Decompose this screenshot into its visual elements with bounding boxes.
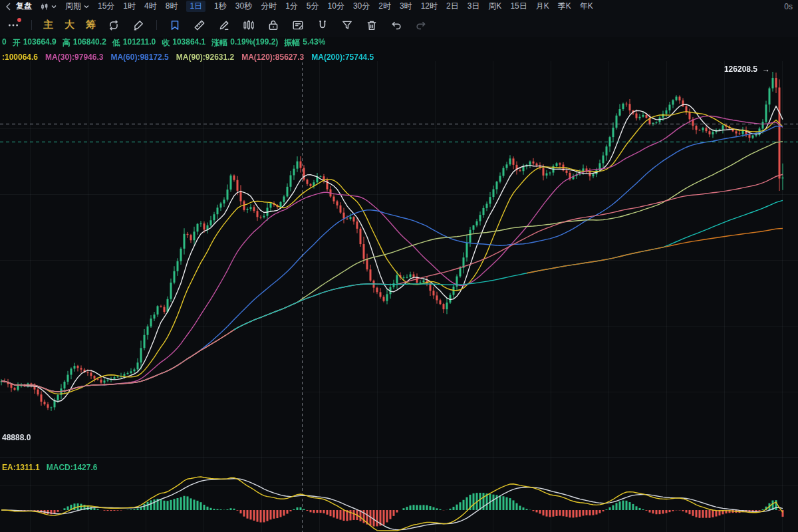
replay-cycle-button[interactable]: [107, 19, 120, 32]
period-tab-月K[interactable]: 月K: [536, 1, 549, 12]
arrow-right-icon: →: [762, 65, 770, 74]
kline-pattern-button[interactable]: [242, 19, 255, 32]
top-navigation-bar: 复盘 周期 15分1时4时8时1日1秒30秒分时1分5分10分30分2时3时12…: [0, 0, 798, 13]
ma60-value: MA(60):98172.5: [110, 53, 168, 62]
chevron-down-icon: [84, 4, 89, 9]
period-tab-1分[interactable]: 1分: [285, 1, 298, 12]
toolbar-divider: [31, 20, 32, 30]
ohlc-value-amplitude: 5.43%: [303, 37, 325, 49]
chart-style-selector[interactable]: [41, 3, 57, 11]
dea-value-label: EA:1311.1: [2, 463, 40, 472]
ohlc-field-change: 涨幅0.19%(199.2): [211, 37, 278, 49]
period-tab-15日[interactable]: 15日: [510, 1, 527, 12]
ma200-value: MA(200):75744.5: [311, 53, 374, 62]
ruler-button[interactable]: [193, 19, 206, 32]
ohlc-field-close: 收103864.1: [162, 37, 205, 49]
ohlc-value-close: 103864.1: [172, 37, 205, 49]
ma120-value: MA(120):85627.3: [241, 53, 304, 62]
big-data-button[interactable]: 大: [65, 19, 74, 31]
ma-values-row: :100064.6MA(30):97946.3MA(60):98172.5MA(…: [2, 53, 374, 62]
ohlc-value-low: 101211.0: [123, 37, 156, 49]
period-tab-1时[interactable]: 1时: [123, 1, 136, 12]
period-tab-2时[interactable]: 2时: [378, 1, 391, 12]
macd-indicator-labels: EA:1311.1 MACD:1427.6: [2, 463, 97, 472]
trading-replay-app: 复盘 周期 15分1时4时8时1日1秒30秒分时1分5分10分30分2时3时12…: [0, 0, 798, 532]
bookmark-button[interactable]: [168, 19, 182, 32]
period-tab-分时[interactable]: 分时: [261, 1, 277, 12]
period-tab-15分[interactable]: 15分: [98, 1, 114, 12]
period-tab-1日[interactable]: 1日: [186, 1, 205, 12]
high-price-label: 126208.5 →: [724, 65, 770, 74]
ohlc-label-close: 收: [162, 37, 170, 49]
ohlc-label-amplitude: 振幅: [284, 37, 300, 49]
candlestick-chart-canvas[interactable]: [0, 0, 798, 532]
period-tab-季K[interactable]: 季K: [558, 1, 571, 12]
countdown-timer: 0s: [784, 2, 793, 11]
back-icon[interactable]: [5, 3, 12, 11]
ohlc-field-amplitude: 振幅5.43%: [284, 37, 325, 49]
ma30-value: MA(30):97946.3: [45, 53, 103, 62]
notification-dot: [17, 18, 21, 22]
ohlc-prefix: 0: [2, 37, 7, 49]
period-tab-30分[interactable]: 30分: [353, 1, 370, 12]
ohlc-label-low: 低: [112, 37, 120, 49]
period-tab-2日[interactable]: 2日: [446, 1, 459, 12]
period-tab-4时[interactable]: 4时: [144, 1, 157, 12]
chips-button[interactable]: 筹: [86, 19, 96, 31]
redo-button[interactable]: [414, 19, 428, 32]
more-menu-button[interactable]: [7, 19, 20, 32]
main-indicator-button[interactable]: 主: [43, 19, 53, 31]
ohlc-field-open: 开103664.9: [13, 37, 57, 49]
low-price-label: 48888.0: [2, 433, 31, 442]
delete-button[interactable]: [365, 19, 378, 32]
candlestick-style-icon: [41, 3, 49, 11]
period-tab-年K[interactable]: 年K: [580, 1, 593, 12]
toolbar-divider: [156, 20, 157, 30]
page-title: 复盘: [16, 1, 32, 12]
undo-button[interactable]: [390, 19, 403, 32]
period-tab-5分[interactable]: 5分: [307, 1, 319, 12]
period-menu[interactable]: 周期: [65, 1, 89, 12]
ohlc-label-change: 涨幅: [211, 37, 227, 49]
macd-value-label: MACD:1427.6: [47, 463, 98, 472]
ohlc-value-change: 0.19%(199.2): [230, 37, 278, 49]
period-tab-8时[interactable]: 8时: [166, 1, 178, 12]
period-tab-1秒[interactable]: 1秒: [214, 1, 227, 12]
chevron-down-icon: [51, 4, 57, 9]
magnet-button[interactable]: [316, 19, 329, 32]
ma90-value: MA(90):92631.2: [176, 53, 234, 62]
ohlc-info-row: 0开103664.9高106840.2低101211.0收103864.1涨幅0…: [2, 37, 325, 49]
ohlc-label-open: 开: [13, 37, 21, 49]
brush-button[interactable]: [132, 19, 145, 32]
ohlc-value-high: 106840.2: [73, 37, 106, 49]
lock-button[interactable]: [267, 19, 280, 32]
note-button[interactable]: [291, 19, 305, 32]
period-tab-周K[interactable]: 周K: [488, 1, 501, 12]
period-tab-3日[interactable]: 3日: [467, 1, 480, 12]
period-menu-label: 周期: [65, 1, 81, 12]
ohlc-value-open: 103664.9: [23, 37, 57, 49]
ohlc-label-high: 高: [63, 37, 70, 49]
ohlc-field-high: 高106840.2: [63, 37, 106, 49]
period-tab-10分[interactable]: 10分: [328, 1, 344, 12]
ma-short-value: :100064.6: [2, 53, 38, 62]
period-tab-30秒[interactable]: 30秒: [235, 1, 252, 12]
period-tab-3时[interactable]: 3时: [400, 1, 412, 12]
draw-pen-button[interactable]: [217, 19, 231, 32]
drawing-toolbar: 主大筹: [0, 13, 798, 37]
period-tab-12时[interactable]: 12时: [421, 1, 438, 12]
high-price-value: 126208.5: [724, 65, 757, 74]
period-tabs: 15分1时4时8时1日1秒30秒分时1分5分10分30分2时3时12时2日3日周…: [98, 1, 593, 12]
ohlc-field-low: 低101211.0: [112, 37, 156, 49]
filter-button[interactable]: [340, 19, 354, 32]
